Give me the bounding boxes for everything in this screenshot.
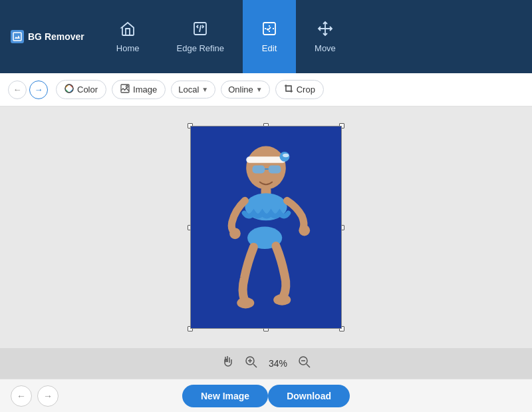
- footer-back-button[interactable]: ←: [11, 385, 32, 407]
- hand-icon[interactable]: [221, 355, 234, 372]
- canvas-area: [0, 106, 532, 348]
- baby-figure: [206, 142, 326, 321]
- crop-button[interactable]: Crop: [275, 80, 324, 99]
- move-icon: [317, 21, 333, 39]
- new-image-button[interactable]: New Image: [182, 385, 268, 407]
- local-chevron-icon: ▼: [201, 86, 208, 93]
- color-icon: [65, 84, 74, 95]
- svg-point-21: [273, 294, 291, 306]
- status-bar: 34%: [0, 348, 532, 379]
- svg-rect-12: [253, 165, 265, 173]
- edge-refine-icon: [192, 21, 208, 39]
- image-container[interactable]: [190, 126, 342, 329]
- zoom-in-icon[interactable]: [245, 355, 258, 372]
- image-button[interactable]: Image: [112, 80, 166, 99]
- image-frame: [190, 126, 342, 329]
- edit-label: Edit: [262, 43, 277, 53]
- svg-point-20: [237, 298, 254, 309]
- zoom-out-icon[interactable]: [298, 355, 311, 372]
- nav-tab-move[interactable]: Move: [296, 0, 354, 73]
- toolbar-nav: ← →: [8, 81, 48, 99]
- svg-point-4: [65, 85, 73, 93]
- local-label: Local: [178, 85, 199, 95]
- nav-bar: BG Remover Home Edge Refine: [0, 0, 532, 73]
- app-logo-icon: [11, 30, 24, 43]
- zoom-level: 34%: [269, 358, 287, 369]
- crop-icon: [284, 84, 293, 95]
- svg-point-18: [229, 228, 241, 239]
- forward-arrow[interactable]: →: [29, 81, 48, 99]
- local-dropdown[interactable]: Local ▼: [171, 81, 215, 99]
- footer-forward-button[interactable]: →: [37, 385, 59, 407]
- svg-line-27: [307, 364, 310, 367]
- nav-tabs: Home Edge Refine Edit: [98, 0, 354, 73]
- color-label: Color: [77, 85, 98, 95]
- color-button[interactable]: Color: [56, 80, 106, 99]
- nav-tab-home[interactable]: Home: [98, 0, 158, 73]
- move-label: Move: [315, 43, 336, 53]
- svg-rect-13: [269, 165, 281, 173]
- svg-point-6: [126, 86, 128, 88]
- toolbar: ← → Color Image Local ▼: [0, 73, 532, 106]
- svg-line-23: [253, 364, 257, 367]
- svg-rect-0: [13, 33, 21, 41]
- app-name-text: BG Remover: [28, 31, 84, 42]
- footer: ← → New Image Download: [0, 379, 532, 412]
- svg-point-11: [283, 154, 289, 158]
- edit-icon: [261, 21, 277, 39]
- footer-nav: ← →: [11, 385, 59, 407]
- back-arrow[interactable]: ←: [8, 81, 27, 99]
- nav-tab-edit[interactable]: Edit: [243, 0, 296, 73]
- app-logo: BG Remover: [11, 30, 84, 43]
- svg-point-19: [299, 225, 310, 236]
- nav-tab-edge-refine[interactable]: Edge Refine: [158, 0, 243, 73]
- online-chevron-icon: ▼: [256, 86, 263, 93]
- online-label: Online: [228, 85, 253, 95]
- home-label: Home: [116, 43, 140, 53]
- svg-rect-7: [286, 86, 291, 91]
- online-dropdown[interactable]: Online ▼: [221, 81, 269, 99]
- image-label: Image: [133, 85, 157, 95]
- edge-refine-label: Edge Refine: [177, 43, 225, 53]
- image-icon: [120, 84, 130, 95]
- download-button[interactable]: Download: [268, 385, 350, 407]
- crop-label: Crop: [297, 85, 315, 95]
- home-icon: [120, 21, 136, 39]
- footer-wrapper: ← → New Image Download: [0, 385, 532, 407]
